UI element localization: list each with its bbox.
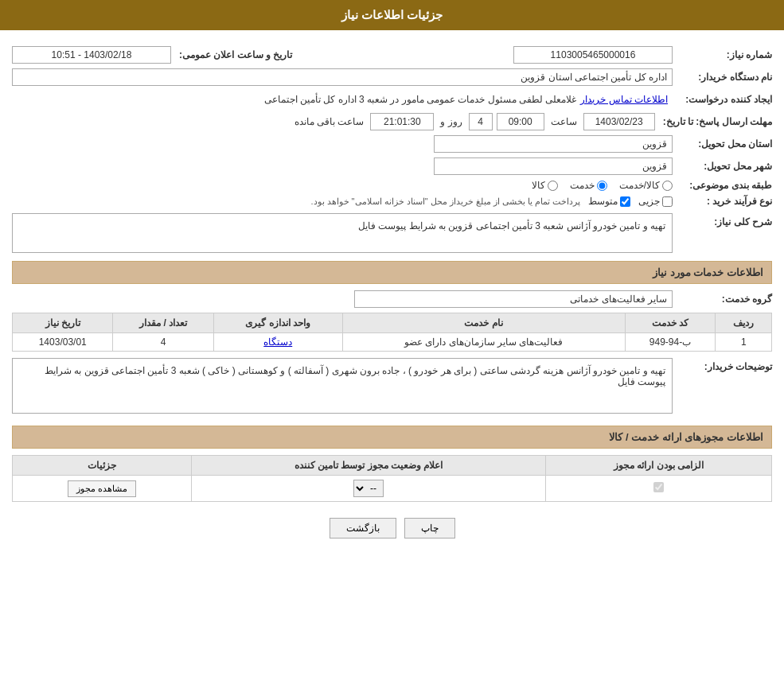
back-button[interactable]: بازگشت bbox=[330, 518, 396, 539]
print-button[interactable]: چاپ bbox=[404, 518, 455, 539]
page-title: جزئیات اطلاعات نیاز bbox=[341, 8, 443, 21]
th-status: اعلام وضعیت مجوز توسط تامین کننده bbox=[192, 456, 546, 476]
cell-unit[interactable]: دستگاه bbox=[213, 333, 342, 352]
creator-link[interactable]: اطلاعات تماس خریدار bbox=[580, 94, 668, 105]
service-info-section-title: اطلاعات خدمات مورد نیاز bbox=[12, 261, 772, 284]
deadline-time-label: ساعت bbox=[551, 116, 577, 127]
checkbox-jozyi[interactable]: جزیی bbox=[638, 196, 673, 207]
deadline-days: 4 bbox=[469, 113, 493, 130]
creator-value: غلامعلی لطفی مسئول خدمات عمومی مامور در … bbox=[264, 94, 577, 105]
radio-kala-khedmat[interactable]: کالا/خدمت bbox=[619, 180, 673, 191]
th-code: کد خدمت bbox=[625, 313, 716, 333]
general-desc-label: شرح کلی نیاز: bbox=[677, 213, 772, 227]
radio-khedmat[interactable]: خدمت bbox=[570, 180, 607, 191]
th-unit: واحد اندازه گیری bbox=[213, 313, 342, 333]
request-number-label: شماره نیاز: bbox=[677, 49, 772, 60]
license-details-cell: مشاهده مجوز bbox=[13, 476, 192, 502]
deadline-remaining-label: ساعت باقی مانده bbox=[294, 116, 365, 127]
license-status-cell: -- bbox=[192, 476, 546, 502]
action-buttons: چاپ بازگشت bbox=[12, 518, 772, 539]
license-section-title: اطلاعات مجوزهای ارائه خدمت / کالا bbox=[12, 426, 772, 449]
buyer-org-value: اداره کل تأمین اجتماعی استان قزوین bbox=[12, 68, 673, 86]
th-row: ردیف bbox=[716, 313, 772, 333]
buyer-org-label: نام دستگاه خریدار: bbox=[677, 72, 772, 83]
deadline-days-label: روز و bbox=[440, 116, 462, 127]
radio-kala[interactable]: کالا bbox=[532, 180, 558, 191]
city-value: قزوین bbox=[434, 157, 673, 175]
show-license-button[interactable]: مشاهده مجوز bbox=[68, 480, 136, 497]
deadline-time: 09:00 bbox=[497, 113, 544, 130]
buyer-desc-label: توضیحات خریدار: bbox=[677, 358, 772, 372]
th-date: تاریخ نیاز bbox=[13, 313, 113, 333]
service-group-label: گروه خدمت: bbox=[677, 294, 772, 305]
license-table: الزامی بودن ارائه مجوز اعلام وضعیت مجوز … bbox=[12, 455, 772, 502]
th-qty: تعداد / مقدار bbox=[113, 313, 213, 333]
cell-date: 1403/03/01 bbox=[13, 333, 113, 352]
purchase-type-label: نوع فرآیند خرید : bbox=[677, 196, 772, 207]
deadline-label: مهلت ارسال پاسخ: تا تاریخ: bbox=[659, 116, 772, 127]
general-desc-value: تهیه و تامین خودرو آژانس شعبه 3 تأمین اج… bbox=[12, 213, 673, 253]
city-label: شهر محل تحویل: bbox=[677, 161, 772, 172]
cell-qty: 4 bbox=[113, 333, 213, 352]
province-value: قزوین bbox=[434, 135, 673, 153]
license-required-cell bbox=[546, 476, 772, 502]
category-label: طبقه بندی موضوعی: bbox=[677, 180, 772, 191]
license-row: -- مشاهده مجوز bbox=[13, 476, 772, 502]
service-table: ردیف کد خدمت نام خدمت واحد اندازه گیری ت… bbox=[12, 313, 772, 352]
request-number-value: 1103005465000016 bbox=[513, 46, 673, 64]
creator-label: ایجاد کننده درخواست: bbox=[677, 94, 772, 105]
service-group-value: سایر فعالیت‌های خدماتی bbox=[354, 290, 673, 308]
license-status-select[interactable]: -- bbox=[353, 480, 384, 497]
province-label: استان محل تحویل: bbox=[677, 138, 772, 150]
purchase-note: پرداخت تمام یا بخشی از مبلغ خریداز محل "… bbox=[310, 196, 580, 207]
page-header: جزئیات اطلاعات نیاز bbox=[0, 0, 784, 30]
cell-name: فعالیت‌های سایر سازمان‌های دارای عضو bbox=[342, 333, 625, 352]
th-name: نام خدمت bbox=[342, 313, 625, 333]
th-details: جزئیات bbox=[13, 456, 192, 476]
checkbox-mutavasset[interactable]: متوسط bbox=[588, 196, 630, 207]
date-label: تاریخ و ساعت اعلان عمومی: bbox=[175, 49, 292, 60]
cell-row: 1 bbox=[716, 333, 772, 352]
th-required: الزامی بودن ارائه مجوز bbox=[546, 456, 772, 476]
cell-code: ب-94-949 bbox=[625, 333, 716, 352]
category-radio-group: کالا/خدمت خدمت کالا bbox=[532, 180, 673, 191]
purchase-type-group: جزیی متوسط پرداخت تمام یا بخشی از مبلغ خ… bbox=[310, 196, 673, 207]
date-value: 1403/02/18 - 10:51 bbox=[12, 46, 171, 64]
license-required-checkbox[interactable] bbox=[653, 482, 664, 492]
deadline-remaining: 21:01:30 bbox=[370, 113, 434, 130]
deadline-date: 1403/02/23 bbox=[583, 113, 655, 130]
table-row: 1 ب-94-949 فعالیت‌های سایر سازمان‌های دا… bbox=[13, 333, 772, 352]
buyer-desc-value: تهیه و تامین خودرو آژانس هزینه گردشی ساع… bbox=[12, 358, 673, 414]
